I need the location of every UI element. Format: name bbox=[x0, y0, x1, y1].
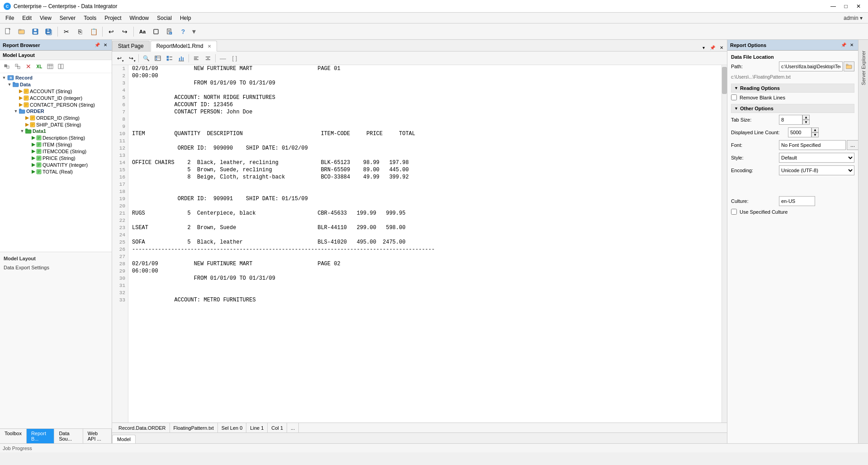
ed-redo-btn[interactable]: ↪▾ bbox=[126, 53, 137, 64]
save-all-btn[interactable] bbox=[42, 25, 55, 38]
tab-data-source[interactable]: Data Sou... bbox=[54, 429, 83, 443]
tree-quantity[interactable]: ▶ QUANTITY (Integer) bbox=[0, 161, 112, 168]
tab-web-api[interactable]: Web API ... bbox=[83, 429, 112, 443]
tree-collapse-btn[interactable] bbox=[2, 61, 12, 71]
tree-order[interactable]: ▼ ORDER bbox=[0, 108, 112, 114]
menu-server[interactable]: Server bbox=[56, 14, 79, 22]
tree-item-field[interactable]: ▶ ITEM (String) bbox=[0, 141, 112, 148]
tree-toggle-record[interactable]: ▼ bbox=[1, 75, 7, 80]
menu-file[interactable]: File bbox=[2, 14, 18, 22]
line-count-up-btn[interactable]: ▲ bbox=[811, 127, 819, 132]
copy-btn[interactable]: ⎘ bbox=[74, 25, 86, 38]
tree-price[interactable]: ▶ PRICE (String) bbox=[0, 155, 112, 161]
tree-order-id[interactable]: ▶ ORDER_ID (String) bbox=[0, 114, 112, 121]
ed-record-view-btn[interactable] bbox=[152, 53, 163, 64]
tree-description[interactable]: ▶ Description (String) bbox=[0, 134, 112, 141]
tree-toggle-order[interactable]: ▼ bbox=[13, 109, 19, 113]
tree-table-btn[interactable] bbox=[45, 61, 55, 71]
ed-undo-btn[interactable]: ↩▾ bbox=[114, 53, 125, 64]
vertical-scrollbar[interactable] bbox=[722, 65, 727, 423]
tree-data1[interactable]: ▼ Data1 bbox=[0, 128, 112, 134]
options-close-btn[interactable]: ✕ bbox=[848, 42, 855, 49]
redo-btn[interactable]: ↪ bbox=[118, 25, 131, 38]
tab-size-up-btn[interactable]: ▲ bbox=[802, 115, 810, 120]
paste-btn[interactable]: 📋 bbox=[87, 25, 100, 38]
more-btn[interactable]: ▾ bbox=[190, 27, 198, 36]
tab-toolbox[interactable]: Toolbox bbox=[0, 429, 27, 443]
tree-account-id[interactable]: ▶ ACCOUNT_ID (Integer) bbox=[0, 94, 112, 101]
reading-options-header[interactable]: ▼ Reading Options bbox=[731, 84, 854, 93]
panel-close-btn[interactable]: ✕ bbox=[102, 42, 109, 49]
ed-find-btn[interactable]: 🔍 bbox=[141, 53, 151, 64]
ed-separator-btn[interactable]: — bbox=[217, 53, 228, 64]
font-btn[interactable]: Aa bbox=[136, 25, 149, 38]
tree-contact-person[interactable]: ▶ CONTACT_PERSON (String) bbox=[0, 101, 112, 108]
path-browse-btn[interactable] bbox=[844, 61, 854, 71]
report-btn[interactable] bbox=[163, 25, 176, 38]
bottom-tab-model[interactable]: Model bbox=[112, 435, 136, 443]
ed-align-center-btn[interactable] bbox=[203, 53, 213, 64]
menu-social[interactable]: Social bbox=[153, 14, 175, 22]
scroll-thumb[interactable] bbox=[722, 67, 727, 94]
tab-close-all-btn[interactable]: ✕ bbox=[718, 44, 725, 51]
tab-report-model[interactable]: ReportModel1.Rmd ✕ bbox=[151, 41, 217, 52]
tree-toggle-data1[interactable]: ▼ bbox=[19, 129, 25, 133]
undo-btn[interactable]: ↩ bbox=[105, 25, 118, 38]
tree-itemcode[interactable]: ▶ ITEMCODE (String) bbox=[0, 148, 112, 155]
style-select[interactable]: Default Bold Italic bbox=[779, 153, 854, 163]
tab-report-browser[interactable]: Report B... bbox=[27, 429, 54, 443]
tree-excel-btn[interactable]: XL bbox=[34, 61, 44, 71]
tab-list-btn[interactable]: ▾ bbox=[700, 44, 707, 51]
line-count-down-btn[interactable]: ▼ bbox=[811, 132, 819, 137]
tree-toggle-data[interactable]: ▼ bbox=[6, 82, 13, 87]
tree-expand-btn[interactable] bbox=[13, 61, 23, 71]
tree-delete-btn[interactable]: ✕ bbox=[24, 61, 33, 71]
menu-help[interactable]: Help bbox=[176, 14, 195, 22]
editor-lines[interactable]: 02/01/09 NEW FURTINURE MART PAGE 0100:00… bbox=[128, 65, 722, 423]
tab-pin-btn[interactable]: 📌 bbox=[709, 44, 716, 51]
encoding-select[interactable]: Unicode (UTF-8) ASCII UTF-16 bbox=[779, 165, 854, 175]
minimize-button[interactable]: — bbox=[827, 2, 839, 11]
tree-ship-date[interactable]: ▶ SHIP_DATE (String) bbox=[0, 121, 112, 128]
menu-tools[interactable]: Tools bbox=[80, 14, 100, 22]
shape-btn[interactable] bbox=[150, 25, 162, 38]
tab-start-page[interactable]: Start Page bbox=[112, 41, 150, 51]
tree-data[interactable]: ▼ Data bbox=[0, 81, 112, 88]
remove-blank-lines-checkbox[interactable] bbox=[731, 94, 737, 100]
help-btn[interactable]: ? bbox=[177, 25, 189, 38]
use-culture-checkbox[interactable] bbox=[731, 209, 737, 215]
ed-field-list-btn[interactable] bbox=[164, 53, 175, 64]
ed-chart-btn[interactable] bbox=[176, 53, 187, 64]
tree-total[interactable]: ▶ TOTAL (Real) bbox=[0, 168, 112, 175]
other-options-header[interactable]: ▼ Other Options bbox=[731, 104, 854, 113]
maximize-button[interactable]: □ bbox=[840, 2, 852, 11]
ed-align-left-btn[interactable] bbox=[191, 53, 202, 64]
panel-pin-btn[interactable]: 📌 bbox=[94, 42, 101, 49]
path-input[interactable] bbox=[779, 61, 843, 71]
tab-size-down-btn[interactable]: ▼ bbox=[802, 120, 810, 125]
server-explorer-label[interactable]: Server Explorer bbox=[860, 49, 867, 87]
data-export-link[interactable]: Data Export Settings bbox=[4, 264, 108, 271]
menu-window[interactable]: Window bbox=[126, 14, 153, 22]
tree-record[interactable]: ▼ R Record bbox=[0, 74, 112, 81]
model-layout-link[interactable]: Model Layout bbox=[4, 255, 108, 262]
menu-edit[interactable]: Edit bbox=[19, 14, 35, 22]
ed-bracket-btn[interactable]: [ ] bbox=[229, 53, 240, 64]
editor-content[interactable]: 1234567891011121314151617181920212223242… bbox=[112, 65, 727, 423]
displayed-line-count-input[interactable] bbox=[788, 127, 811, 137]
font-input[interactable]: No Font Specified bbox=[779, 140, 846, 150]
tree-cols-btn[interactable] bbox=[56, 61, 66, 71]
open-btn[interactable] bbox=[15, 25, 28, 38]
options-pin-btn[interactable]: 📌 bbox=[840, 42, 847, 49]
tab-size-input[interactable] bbox=[779, 115, 802, 125]
admin-menu[interactable]: admin bbox=[844, 15, 863, 21]
font-browse-btn[interactable]: ... bbox=[847, 140, 858, 150]
cut-btn[interactable]: ✂ bbox=[60, 25, 73, 38]
culture-input[interactable]: en-US bbox=[779, 196, 815, 206]
menu-project[interactable]: Project bbox=[101, 14, 125, 22]
new-btn[interactable] bbox=[2, 25, 14, 38]
tab-close-icon[interactable]: ✕ bbox=[208, 44, 211, 49]
close-button[interactable]: ✕ bbox=[853, 2, 864, 11]
save-btn[interactable] bbox=[29, 25, 42, 38]
menu-view[interactable]: View bbox=[36, 14, 55, 22]
